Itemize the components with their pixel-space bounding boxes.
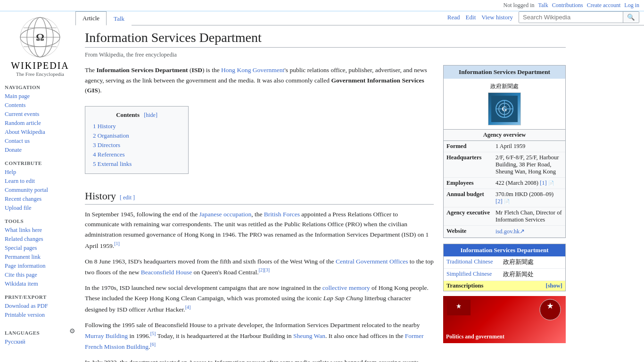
ref-5[interactable]: [5] (150, 331, 156, 336)
page-title: Information Services Department (85, 30, 566, 48)
search-input[interactable] (519, 12, 623, 23)
logo-link[interactable]: Ω Wikipedia The Free Encyclopedia (5, 16, 75, 77)
contents-title: Contents [hide] (93, 111, 181, 119)
infobox-row-hq: Headquarters 2/F, 6/F-8/F, 25/F, Harbour… (444, 152, 565, 178)
sidebar-item-random-article[interactable]: Random article (5, 119, 75, 128)
sidebar-item-page-information[interactable]: Page information (5, 262, 75, 271)
sidebar-item-special-pages[interactable]: Special pages (5, 244, 75, 253)
tab-talk[interactable]: Talk (107, 12, 132, 25)
sidebar-item-learn-to-edit[interactable]: Learn to edit (5, 177, 75, 186)
french-mission-link[interactable]: Former French Mission Building (85, 332, 424, 350)
tools-section-title: Tools (5, 218, 75, 224)
svg-text:G: G (502, 106, 507, 113)
contents-link-organisation[interactable]: 2 Organisation (93, 132, 129, 139)
sidebar-item-what-links-here[interactable]: What links here (5, 226, 75, 235)
chinese-simplified-row: Simplified Chinese 政府新闻处 (444, 269, 565, 281)
beaconsfield-house-link[interactable]: Beaconsfield House (141, 269, 192, 276)
tab-view-history[interactable]: View history (481, 14, 513, 21)
sidebar-item-recent-changes[interactable]: Recent changes (5, 195, 75, 204)
hk-emblem-icon (538, 298, 562, 321)
sidebar-item-contact-us[interactable]: Contact us (5, 137, 75, 146)
hk-government-link[interactable]: Hong Kong Government (221, 66, 284, 74)
infobox-budget-label: Annual budget (444, 189, 493, 207)
sidebar-item-wikidata-item[interactable]: Wikidata item (5, 280, 75, 288)
contents-link-directors[interactable]: 3 Directors (93, 141, 120, 148)
sidebar-item-permanent-link[interactable]: Permanent link (5, 253, 75, 262)
infobox-title: Information Services Department (444, 66, 565, 79)
sidebar-item-cite-this-page[interactable]: Cite this page (5, 271, 75, 280)
collective-memory-link[interactable]: collective memory (322, 284, 370, 291)
ref-2[interactable]: [2] (259, 267, 264, 272)
contents-link-external-links[interactable]: 5 External links (93, 160, 132, 167)
infobox-row-formed: Formed 1 April 1959 (444, 141, 565, 152)
sidebar-item-community-portal[interactable]: Community portal (5, 186, 75, 195)
tab-article[interactable]: Article (75, 11, 107, 25)
ref-3[interactable]: [3] (264, 267, 270, 272)
infobox-executive-label: Agency executive (444, 207, 493, 226)
infobox-budget-value: 370.0m HKD (2008–09) [2] 📄 (493, 189, 565, 207)
sidebar-item-upload-file[interactable]: Upload file (5, 204, 75, 213)
sidebar-item-contents[interactable]: Contents (5, 101, 75, 110)
languages-section-title: Languages (5, 330, 40, 336)
chinese-box: Information Services Department Traditio… (443, 244, 566, 291)
chinese-box-title: Information Services Department (444, 244, 565, 256)
search-button[interactable]: 🔍 (623, 12, 639, 23)
contents-item-5: 5 External links (93, 159, 181, 169)
sidebar-item-donate[interactable]: Donate (5, 146, 75, 155)
create-account-link[interactable]: Create account (587, 2, 621, 9)
contents-list: 1 History 2 Organisation 3 Directors 4 R… (93, 122, 181, 169)
languages-settings-icon[interactable]: ⚙ (69, 327, 75, 335)
sheung-wan-link[interactable]: Sheung Wan (293, 332, 325, 339)
transcriptions-show-link[interactable]: [show] (546, 282, 562, 289)
sidebar-item-current-events[interactable]: Current events (5, 110, 75, 119)
contribute-section-title: Contribute (5, 160, 75, 166)
hide-link[interactable]: [hide] (144, 112, 157, 118)
sidebar-item-russian[interactable]: Русский (5, 337, 75, 346)
japanese-occupation-link[interactable]: Japanese occupation (199, 211, 252, 218)
history-heading: History [ edit ] (85, 190, 434, 205)
employees-ref-link[interactable]: [1] (540, 180, 547, 186)
ref-6[interactable]: [6] (150, 342, 156, 347)
sidebar-item-help[interactable]: Help (5, 168, 75, 177)
contents-item-3: 3 Directors (93, 140, 181, 150)
sidebar-item-printable-version[interactable]: Printable version (5, 311, 75, 320)
central-govt-offices-link[interactable]: Central Government Offices (336, 258, 408, 265)
website-link[interactable]: isd.gov.hk↗ (495, 228, 525, 235)
british-forces-link[interactable]: British Forces (264, 211, 300, 218)
article-main: The Information Services Department (ISD… (85, 65, 434, 362)
infobox-employees-label: Employees (444, 178, 493, 189)
contents-item-2: 2 Organisation (93, 131, 181, 140)
budget-ref-link[interactable]: [2] (495, 198, 503, 205)
tab-edit[interactable]: Edit (466, 14, 476, 21)
article-sidebar: Information Services Department 政府新聞處 (443, 65, 566, 362)
infobox-logo-image: G (488, 92, 521, 125)
infobox-hq-label: Headquarters (444, 152, 493, 178)
chinese-traditional-row: Traditional Chinese 政府新聞處 (444, 256, 565, 269)
sidebar-item-download-pdf[interactable]: Download as PDF (5, 302, 75, 311)
tabs-right: Read Edit View history 🔍 (447, 11, 644, 25)
talk-link[interactable]: Talk (538, 2, 548, 9)
politics-section: Politics and government (443, 296, 566, 343)
sidebar-item-related-changes[interactable]: Related changes (5, 235, 75, 244)
infobox-row-executive: Agency executive Mr Fletch Chan, Directo… (444, 207, 565, 226)
contributions-link[interactable]: Contributions (552, 2, 583, 9)
sidebar-item-about-wikipedia[interactable]: About Wikipedia (5, 128, 75, 137)
ref-1[interactable]: [1] (114, 241, 120, 246)
history-edit-link[interactable]: [ edit ] (120, 194, 135, 201)
log-in-link[interactable]: Log in (624, 2, 639, 9)
contents-link-references[interactable]: 4 References (93, 151, 125, 158)
tab-read[interactable]: Read (447, 14, 460, 21)
sidebar-item-main-page[interactable]: Main page (5, 92, 75, 101)
history-para-4: Following the 1995 sale of Beaconsfield … (85, 320, 434, 352)
gis-bold: Government Information Services (331, 77, 424, 84)
history-heading-text: History (85, 190, 116, 202)
infobox-row-employees: Employees 422 (March 2008) [1] 📄 (444, 178, 565, 189)
history-para-2: On 8 June 1963, ISD's headquarters moved… (85, 256, 434, 278)
murray-building-link[interactable]: Murray Building (85, 332, 128, 339)
politics-label: Politics and government (446, 333, 504, 340)
ref-4[interactable]: [4] (185, 304, 191, 310)
contents-link-history[interactable]: 1 History (93, 123, 116, 130)
personal-tools: Not logged in Talk Contributions Create … (504, 2, 639, 9)
sidebar: Ω Wikipedia The Free Encyclopedia Naviga… (0, 11, 75, 362)
svg-rect-14 (447, 300, 471, 315)
